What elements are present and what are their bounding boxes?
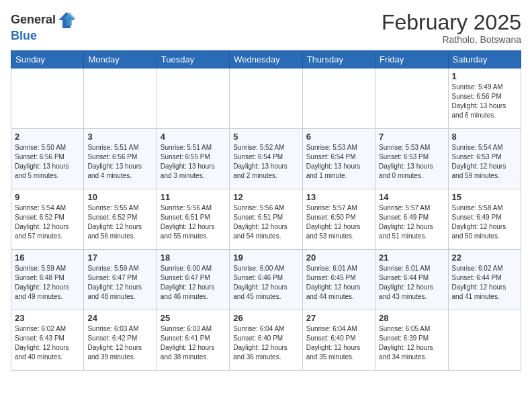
- day-number: 7: [379, 132, 444, 142]
- calendar-cell: 12Sunrise: 5:56 AM Sunset: 6:51 PM Dayli…: [230, 189, 302, 250]
- day-number: 11: [161, 192, 226, 202]
- logo: General Blue: [11, 11, 76, 43]
- calendar-cell: 5Sunrise: 5:52 AM Sunset: 6:54 PM Daylig…: [230, 129, 302, 189]
- day-info: Sunrise: 6:00 AM Sunset: 6:47 PM Dayligh…: [161, 264, 226, 302]
- calendar-cell: 2Sunrise: 5:50 AM Sunset: 6:56 PM Daylig…: [11, 129, 84, 189]
- day-info: Sunrise: 6:03 AM Sunset: 6:42 PM Dayligh…: [87, 324, 152, 362]
- calendar-cell: [11, 68, 84, 129]
- day-number: 14: [379, 192, 444, 202]
- day-info: Sunrise: 6:00 AM Sunset: 6:46 PM Dayligh…: [233, 264, 298, 302]
- calendar-cell: 11Sunrise: 5:56 AM Sunset: 6:51 PM Dayli…: [157, 189, 229, 250]
- calendar-week-row: 1Sunrise: 5:49 AM Sunset: 6:56 PM Daylig…: [11, 68, 521, 129]
- day-number: 12: [233, 192, 298, 202]
- day-info: Sunrise: 5:56 AM Sunset: 6:51 PM Dayligh…: [233, 203, 298, 241]
- calendar-cell: [230, 68, 302, 129]
- day-info: Sunrise: 5:58 AM Sunset: 6:49 PM Dayligh…: [452, 203, 517, 241]
- calendar-cell: 4Sunrise: 5:51 AM Sunset: 6:55 PM Daylig…: [157, 129, 229, 189]
- day-info: Sunrise: 6:05 AM Sunset: 6:39 PM Dayligh…: [379, 324, 444, 362]
- calendar-cell: 21Sunrise: 6:01 AM Sunset: 6:44 PM Dayli…: [375, 250, 448, 310]
- calendar-cell: 3Sunrise: 5:51 AM Sunset: 6:56 PM Daylig…: [84, 129, 157, 189]
- day-info: Sunrise: 6:03 AM Sunset: 6:41 PM Dayligh…: [161, 324, 226, 362]
- day-number: 6: [306, 132, 371, 142]
- day-number: 26: [233, 313, 298, 323]
- day-info: Sunrise: 6:01 AM Sunset: 6:45 PM Dayligh…: [306, 264, 371, 302]
- title-block: February 2025 Ratholo, Botswana: [382, 11, 521, 45]
- logo-icon: [57, 11, 76, 30]
- weekday-header: Friday: [375, 51, 448, 68]
- day-info: Sunrise: 5:56 AM Sunset: 6:51 PM Dayligh…: [161, 203, 226, 241]
- calendar-cell: 1Sunrise: 5:49 AM Sunset: 6:56 PM Daylig…: [448, 68, 521, 129]
- day-number: 4: [161, 132, 226, 142]
- weekday-header-row: SundayMondayTuesdayWednesdayThursdayFrid…: [11, 51, 521, 68]
- calendar-week-row: 2Sunrise: 5:50 AM Sunset: 6:56 PM Daylig…: [11, 129, 521, 189]
- day-number: 9: [15, 192, 80, 202]
- day-info: Sunrise: 5:51 AM Sunset: 6:56 PM Dayligh…: [87, 143, 152, 181]
- calendar-cell: 22Sunrise: 6:02 AM Sunset: 6:44 PM Dayli…: [448, 250, 521, 310]
- day-info: Sunrise: 6:02 AM Sunset: 6:44 PM Dayligh…: [452, 264, 517, 302]
- day-number: 25: [161, 313, 226, 323]
- calendar-week-row: 16Sunrise: 5:59 AM Sunset: 6:48 PM Dayli…: [11, 250, 521, 310]
- day-number: 5: [233, 132, 298, 142]
- weekday-header: Wednesday: [230, 51, 302, 68]
- day-info: Sunrise: 5:52 AM Sunset: 6:54 PM Dayligh…: [233, 143, 298, 181]
- calendar-cell: 18Sunrise: 6:00 AM Sunset: 6:47 PM Dayli…: [157, 250, 229, 310]
- day-number: 8: [452, 132, 517, 142]
- calendar-cell: [448, 310, 521, 371]
- day-info: Sunrise: 6:02 AM Sunset: 6:43 PM Dayligh…: [15, 324, 80, 362]
- calendar-cell: 10Sunrise: 5:55 AM Sunset: 6:52 PM Dayli…: [84, 189, 157, 250]
- calendar-cell: 14Sunrise: 5:57 AM Sunset: 6:49 PM Dayli…: [375, 189, 448, 250]
- weekday-header: Tuesday: [157, 51, 229, 68]
- calendar-cell: 20Sunrise: 6:01 AM Sunset: 6:45 PM Dayli…: [302, 250, 375, 310]
- day-info: Sunrise: 5:59 AM Sunset: 6:48 PM Dayligh…: [15, 264, 80, 302]
- calendar-cell: 6Sunrise: 5:53 AM Sunset: 6:54 PM Daylig…: [302, 129, 375, 189]
- day-number: 23: [15, 313, 80, 323]
- day-number: 2: [15, 132, 80, 142]
- day-info: Sunrise: 5:49 AM Sunset: 6:56 PM Dayligh…: [452, 83, 517, 120]
- calendar-cell: 15Sunrise: 5:58 AM Sunset: 6:49 PM Dayli…: [448, 189, 521, 250]
- day-number: 28: [379, 313, 444, 323]
- calendar: SundayMondayTuesdayWednesdayThursdayFrid…: [11, 50, 521, 371]
- day-info: Sunrise: 5:53 AM Sunset: 6:53 PM Dayligh…: [379, 143, 444, 181]
- day-info: Sunrise: 6:04 AM Sunset: 6:40 PM Dayligh…: [233, 324, 298, 362]
- day-info: Sunrise: 5:54 AM Sunset: 6:52 PM Dayligh…: [15, 203, 80, 241]
- day-info: Sunrise: 6:01 AM Sunset: 6:44 PM Dayligh…: [379, 264, 444, 302]
- calendar-cell: 13Sunrise: 5:57 AM Sunset: 6:50 PM Dayli…: [302, 189, 375, 250]
- weekday-header: Monday: [84, 51, 157, 68]
- location: Ratholo, Botswana: [382, 34, 521, 45]
- weekday-header: Sunday: [11, 51, 84, 68]
- day-info: Sunrise: 5:55 AM Sunset: 6:52 PM Dayligh…: [87, 203, 152, 241]
- day-number: 19: [233, 253, 298, 263]
- day-info: Sunrise: 5:50 AM Sunset: 6:56 PM Dayligh…: [15, 143, 80, 181]
- day-number: 21: [379, 253, 444, 263]
- day-info: Sunrise: 5:53 AM Sunset: 6:54 PM Dayligh…: [306, 143, 371, 181]
- calendar-cell: 28Sunrise: 6:05 AM Sunset: 6:39 PM Dayli…: [375, 310, 448, 371]
- calendar-cell: 9Sunrise: 5:54 AM Sunset: 6:52 PM Daylig…: [11, 189, 84, 250]
- day-number: 15: [452, 192, 517, 202]
- calendar-week-row: 9Sunrise: 5:54 AM Sunset: 6:52 PM Daylig…: [11, 189, 521, 250]
- logo-blue: Blue: [11, 30, 76, 43]
- calendar-cell: 16Sunrise: 5:59 AM Sunset: 6:48 PM Dayli…: [11, 250, 84, 310]
- day-number: 16: [15, 253, 80, 263]
- day-number: 17: [87, 253, 152, 263]
- calendar-cell: 19Sunrise: 6:00 AM Sunset: 6:46 PM Dayli…: [230, 250, 302, 310]
- calendar-cell: 24Sunrise: 6:03 AM Sunset: 6:42 PM Dayli…: [84, 310, 157, 371]
- day-info: Sunrise: 5:54 AM Sunset: 6:53 PM Dayligh…: [452, 143, 517, 181]
- calendar-cell: 17Sunrise: 5:59 AM Sunset: 6:47 PM Dayli…: [84, 250, 157, 310]
- weekday-header: Thursday: [302, 51, 375, 68]
- calendar-cell: 27Sunrise: 6:04 AM Sunset: 6:40 PM Dayli…: [302, 310, 375, 371]
- calendar-cell: 8Sunrise: 5:54 AM Sunset: 6:53 PM Daylig…: [448, 129, 521, 189]
- day-number: 27: [306, 313, 371, 323]
- day-number: 1: [452, 71, 517, 81]
- day-number: 18: [161, 253, 226, 263]
- page-header: General Blue February 2025 Ratholo, Bots…: [11, 11, 521, 45]
- day-number: 20: [306, 253, 371, 263]
- day-number: 3: [87, 132, 152, 142]
- day-info: Sunrise: 5:57 AM Sunset: 6:49 PM Dayligh…: [379, 203, 444, 241]
- calendar-cell: [302, 68, 375, 129]
- logo-general: General: [11, 13, 56, 27]
- calendar-week-row: 23Sunrise: 6:02 AM Sunset: 6:43 PM Dayli…: [11, 310, 521, 371]
- day-info: Sunrise: 6:04 AM Sunset: 6:40 PM Dayligh…: [306, 324, 371, 362]
- day-info: Sunrise: 5:57 AM Sunset: 6:50 PM Dayligh…: [306, 203, 371, 241]
- weekday-header: Saturday: [448, 51, 521, 68]
- day-number: 22: [452, 253, 517, 263]
